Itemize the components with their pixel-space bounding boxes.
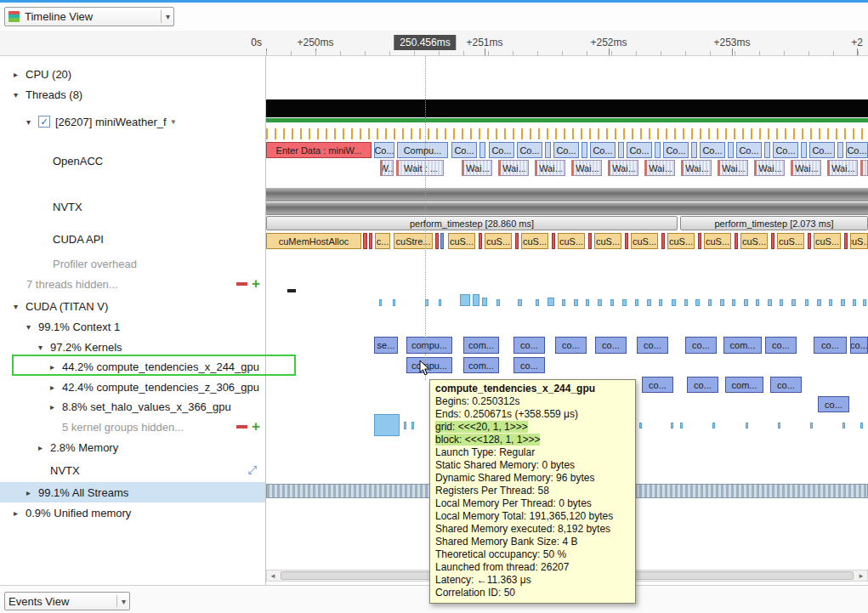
kernel-tendencies-x-bar[interactable]: co... xyxy=(513,357,545,373)
memory-transfers-bar[interactable] xyxy=(374,414,400,436)
cuda-api-bar[interactable]: cuS... xyxy=(485,233,512,249)
scroll-left-icon[interactable]: ◂ xyxy=(267,570,279,581)
openacc-compute-bar[interactable] xyxy=(764,142,770,158)
cuda-api-bar[interactable]: cuS... xyxy=(814,233,841,249)
openacc-wait-bar[interactable]: Wai... xyxy=(718,160,748,176)
gpu-activity-marks-bar[interactable] xyxy=(863,299,866,306)
kernels-all-bar[interactable]: co... xyxy=(814,337,847,354)
chevron-down-icon[interactable]: ▾ xyxy=(116,595,126,607)
openacc-compute-bar[interactable] xyxy=(801,142,807,158)
gpu-activity-marks-bar[interactable] xyxy=(780,299,783,306)
gpu-activity-marks-bar[interactable] xyxy=(708,299,712,306)
gpu-activity-marks-bar[interactable] xyxy=(496,299,500,306)
cuda-api-bar[interactable] xyxy=(735,233,738,249)
hidden-threads-dash-bar[interactable] xyxy=(287,289,296,292)
openacc-wait-bar[interactable]: Wai... xyxy=(608,160,638,176)
cuda-api-bar[interactable] xyxy=(771,233,774,249)
kernels-all-bar[interactable]: co... xyxy=(513,337,545,354)
gpu-activity-marks-bar[interactable] xyxy=(574,299,578,306)
cuda-api-bar[interactable] xyxy=(440,233,444,249)
openacc-wait-bar[interactable]: Wait : ... xyxy=(396,160,444,176)
gpu-activity-marks-bar[interactable] xyxy=(439,299,441,306)
cuda-api-bar[interactable] xyxy=(698,233,701,249)
gpu-activity-marks-bar[interactable] xyxy=(659,299,662,306)
openacc-compute-bar[interactable]: Co... xyxy=(590,142,616,158)
kernel-tendencies-z-bar[interactable]: com... xyxy=(725,377,763,393)
openacc-wait-bar[interactable]: Wai... xyxy=(462,160,492,176)
memory-transfers-bar[interactable] xyxy=(680,423,683,429)
cuda-api-bar[interactable] xyxy=(363,233,367,249)
gpu-activity-marks-bar[interactable] xyxy=(460,294,470,306)
kernel-tendencies-x-bar[interactable]: com... xyxy=(463,357,499,373)
gpu-activity-marks-bar[interactable] xyxy=(768,299,772,306)
gpu-activity-marks-bar[interactable] xyxy=(829,299,832,306)
cuda-api-bar[interactable]: cuS... xyxy=(667,233,695,249)
openacc-compute-bar[interactable] xyxy=(691,142,697,158)
gpu-activity-marks-bar[interactable] xyxy=(536,299,539,306)
openacc-wait-bar[interactable]: Wai... xyxy=(571,160,602,176)
kernels-all-bar[interactable]: co... xyxy=(685,337,717,354)
thread-state-green-bar[interactable] xyxy=(266,118,868,122)
gpu-activity-marks-bar[interactable] xyxy=(732,299,735,306)
gpu-activity-marks-bar[interactable] xyxy=(684,299,688,306)
openacc-compute-bar[interactable]: Co... xyxy=(663,142,689,158)
openacc-compute-bar[interactable]: Co... xyxy=(553,142,579,158)
openacc-compute-bar[interactable] xyxy=(618,142,624,158)
nvtx-range-bar[interactable]: perform_timestep [28.860 ms] xyxy=(266,216,678,230)
kernels-all-bar[interactable]: se... xyxy=(374,337,398,354)
kernels-all-bar[interactable]: co... xyxy=(637,337,668,354)
openacc-wait-bar[interactable]: Wai... xyxy=(535,160,565,176)
kernels-all-bar[interactable]: co... xyxy=(765,337,797,354)
memory-transfers-bar[interactable] xyxy=(712,423,715,429)
gpu-activity-marks-bar[interactable] xyxy=(482,298,487,306)
openacc-wait-bar[interactable]: Wai... xyxy=(827,160,858,176)
events-view-dropdown[interactable]: Events View ▾ xyxy=(4,592,130,610)
memory-transfers-bar[interactable] xyxy=(411,422,414,429)
cuda-api-bar[interactable]: cuMemHostAlloc xyxy=(266,233,361,249)
cuda-api-bar[interactable]: cuS... xyxy=(631,233,658,249)
nvtx-range-bar[interactable]: perform_timestep [2.073 ms] xyxy=(680,216,868,230)
cuda-api-bar[interactable]: cuS... xyxy=(594,233,621,249)
gpu-activity-marks-bar[interactable] xyxy=(393,299,395,306)
cuda-api-bar[interactable]: c... xyxy=(375,233,390,249)
nvtx-band-lower-bar[interactable] xyxy=(266,202,868,215)
openacc-compute-bar[interactable]: Co... xyxy=(809,142,835,158)
cuda-api-bar[interactable] xyxy=(515,233,519,249)
gpu-activity-marks-bar[interactable] xyxy=(805,299,808,306)
openacc-compute-bar[interactable]: Co... xyxy=(489,142,514,158)
nvtx-band-upper-bar[interactable] xyxy=(266,188,868,201)
openacc-wait-bar[interactable]: W... xyxy=(380,160,394,176)
gpu-activity-marks-bar[interactable] xyxy=(547,298,554,306)
openacc-compute-bar[interactable]: Enter Data : miniW... xyxy=(266,142,372,158)
memory-transfers-bar[interactable] xyxy=(842,423,845,429)
gpu-activity-marks-bar[interactable] xyxy=(610,299,614,306)
cuda-api-bar[interactable]: cuS... xyxy=(558,233,585,249)
openacc-compute-bar[interactable] xyxy=(655,142,661,158)
cuda-api-bar[interactable]: cuS... xyxy=(521,233,548,249)
gpu-activity-marks-bar[interactable] xyxy=(379,299,382,306)
openacc-wait-bar[interactable]: Wai... xyxy=(644,160,675,176)
cuda-api-bar[interactable] xyxy=(588,233,592,249)
cuda-api-bar[interactable]: cuS... xyxy=(850,233,868,249)
thread-state-bar[interactable] xyxy=(266,99,868,117)
gpu-activity-marks-bar[interactable] xyxy=(586,299,589,306)
openacc-compute-bar[interactable]: Co... xyxy=(736,142,762,158)
kernels-all-bar[interactable]: co... xyxy=(555,337,587,354)
openacc-compute-bar[interactable] xyxy=(837,142,843,158)
cuda-api-bar[interactable] xyxy=(479,233,482,249)
memory-transfers-bar[interactable] xyxy=(810,423,813,429)
openacc-compute-bar[interactable]: Co... xyxy=(846,142,868,158)
openacc-compute-bar[interactable] xyxy=(728,142,734,158)
openacc-compute-bar[interactable]: Co... xyxy=(627,142,652,158)
gpu-activity-marks-bar[interactable] xyxy=(598,299,602,306)
openacc-wait-bar[interactable]: Wai... xyxy=(791,160,821,176)
cuda-api-bar[interactable]: cuS... xyxy=(448,233,475,249)
cuda-api-bar[interactable]: cuS... xyxy=(740,233,768,249)
openacc-compute-bar[interactable]: Co... xyxy=(700,142,725,158)
openacc-wait-bar[interactable] xyxy=(860,160,868,176)
gpu-activity-marks-bar[interactable] xyxy=(647,299,651,306)
scroll-right-icon[interactable]: ▸ xyxy=(855,570,867,581)
gpu-activity-marks-bar[interactable] xyxy=(756,299,759,306)
cuda-api-bar[interactable]: cuStre... xyxy=(394,233,433,249)
cuda-api-bar[interactable] xyxy=(808,233,811,249)
